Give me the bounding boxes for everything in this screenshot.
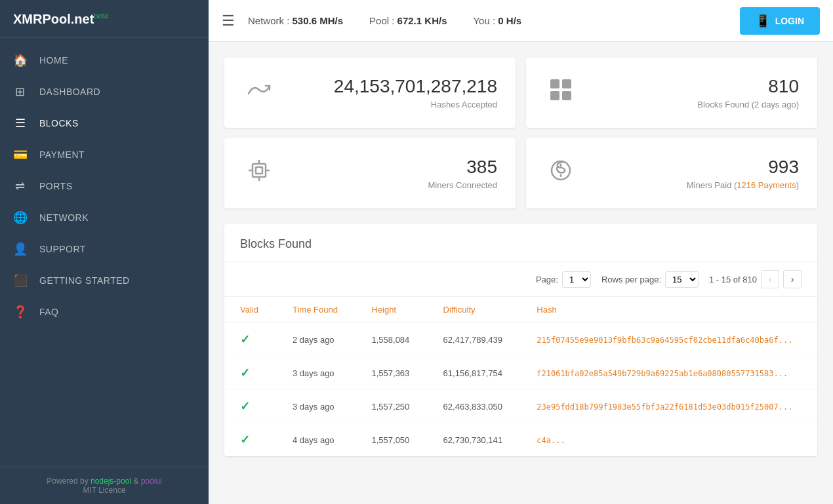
nav-label-support: SUPPORT: [39, 244, 86, 254]
sidebar-item-home[interactable]: 🏠HOME: [0, 45, 209, 76]
rows-label: Rows per page:: [601, 275, 661, 284]
svg-rect-4: [253, 164, 266, 177]
network-stat: Network : 530.6 MH/s: [248, 15, 343, 26]
stat-icon-1: [544, 78, 577, 107]
nav-icon-home: 🏠: [13, 53, 28, 68]
row-difficulty-2: 62,463,833,050: [428, 390, 521, 423]
nav-label-blocks: BLOCKS: [39, 118, 79, 128]
table-toolbar: Page: 1 Rows per page: 15 1 - 15 of 810 …: [224, 262, 817, 297]
footer-ampersand: &: [131, 476, 141, 486]
table-body: ✓ 2 days ago 1,558,084 62,417,789,439 21…: [224, 323, 817, 457]
sidebar-item-blocks[interactable]: ☰BLOCKS: [0, 107, 209, 139]
pagination-range: 1 - 15 of 810: [709, 275, 757, 284]
stat-card-0: 24,153,701,287,218 Hashes Accepted: [224, 58, 516, 128]
row-valid-1: ✓: [224, 357, 277, 390]
row-time-2: 3 days ago: [277, 390, 356, 423]
stat-card-1: 810 Blocks Found (2 days ago): [526, 58, 817, 128]
stat-number-3: 993: [590, 157, 799, 178]
row-height-2: 1,557,250: [356, 390, 428, 423]
sidebar-item-support[interactable]: 👤SUPPORT: [0, 233, 209, 265]
header-row: ValidTime FoundHeightDifficultyHash: [224, 297, 817, 323]
stat-label-0: Hashes Accepted: [289, 100, 497, 109]
menu-icon[interactable]: ☰: [222, 12, 235, 29]
pool-stat: Pool : 672.1 KH/s: [369, 15, 447, 26]
rows-selector: Rows per page: 15: [601, 271, 699, 288]
nav-label-getting_started: GETTING STARTED: [39, 275, 130, 286]
nav-label-dashboard: DASHBOARD: [39, 87, 100, 97]
sidebar-item-faq[interactable]: ❓FAQ: [0, 296, 209, 328]
col-header-time found: Time Found: [277, 297, 356, 323]
next-page-button[interactable]: ›: [783, 270, 802, 288]
stat-number-2: 385: [289, 157, 497, 178]
nav-icon-network: 🌐: [13, 210, 28, 225]
row-height-0: 1,558,084: [356, 323, 428, 357]
svg-rect-2: [550, 91, 559, 100]
pool-value: 672.1 KH/s: [397, 15, 447, 26]
logo-beta: beta: [94, 12, 108, 20]
svg-rect-1: [562, 79, 571, 88]
pagination-controls: 1 - 15 of 810 ‹ ›: [709, 270, 802, 288]
footer-powered-by: Powered by: [47, 476, 91, 486]
footer-license: MIT Licence: [83, 486, 125, 495]
stat-data-2: 385 Miners Connected: [289, 157, 497, 190]
sidebar: XMRPool.netbeta 🏠HOME⊞DASHBOARD☰BLOCKS💳P…: [0, 0, 209, 504]
login-button[interactable]: 📱 LOGIN: [740, 7, 820, 35]
poolui-link[interactable]: poolui: [141, 476, 162, 486]
hash-link-2[interactable]: 23e95fdd18b799f1983e55fbf3a22f6181d53e03…: [537, 402, 792, 412]
rows-select[interactable]: 15: [665, 271, 699, 288]
row-height-1: 1,557,363: [356, 357, 428, 390]
sidebar-item-network[interactable]: 🌐NETWORK: [0, 202, 209, 233]
valid-check-icon-0: ✓: [240, 333, 250, 346]
nav-icon-blocks: ☰: [13, 116, 28, 130]
hash-link-0[interactable]: 215f07455e9e9013f9bfb63c9a64595cf02cbe11…: [537, 336, 792, 345]
sidebar-item-dashboard[interactable]: ⊞DASHBOARD: [0, 76, 209, 107]
stat-icon-3: [544, 159, 577, 188]
stat-icon-0: [243, 78, 275, 107]
table-row: ✓ 3 days ago 1,557,363 61,156,817,754 f2…: [224, 357, 817, 390]
row-valid-3: ✓: [224, 423, 277, 457]
stat-label-1: Blocks Found (2 days ago): [590, 100, 799, 109]
blocks-section: Blocks Found Page: 1 Rows per page: 15 1…: [224, 224, 817, 456]
sidebar-logo: XMRPool.netbeta: [0, 0, 209, 38]
nodejs-pool-link[interactable]: nodejs-pool: [91, 476, 131, 486]
col-header-height: Height: [356, 297, 428, 323]
nav-icon-ports: ⇌: [13, 179, 28, 193]
main-content: ☰ Network : 530.6 MH/s Pool : 672.1 KH/s…: [209, 0, 833, 504]
page-selector: Page: 1: [536, 271, 591, 288]
page-label: Page:: [536, 275, 558, 284]
row-hash-1: f21061bfa02e85a549b729b9a69225ab1e6a0808…: [521, 357, 817, 390]
sidebar-item-payment[interactable]: 💳PAYMENT: [0, 139, 209, 170]
sidebar-item-getting_started[interactable]: ⬛GETTING STARTED: [0, 265, 209, 296]
login-label: LOGIN: [775, 16, 804, 26]
stat-number-0: 24,153,701,287,218: [289, 76, 497, 97]
pool-label: Pool :: [369, 15, 397, 26]
payments-link[interactable]: 1216 Payments: [737, 180, 796, 190]
you-value: 0 H/s: [498, 15, 521, 26]
valid-check-icon-1: ✓: [240, 366, 250, 379]
table-row: ✓ 3 days ago 1,557,250 62,463,833,050 23…: [224, 390, 817, 423]
row-hash-0: 215f07455e9e9013f9bfb63c9a64595cf02cbe11…: [521, 323, 817, 357]
svg-rect-0: [550, 79, 559, 88]
page-select[interactable]: 1: [562, 271, 591, 288]
sidebar-item-ports[interactable]: ⇌PORTS: [0, 170, 209, 202]
header: ☰ Network : 530.6 MH/s Pool : 672.1 KH/s…: [209, 0, 833, 42]
row-hash-2: 23e95fdd18b799f1983e55fbf3a22f6181d53e03…: [521, 390, 817, 423]
stat-number-1: 810: [590, 76, 799, 97]
row-difficulty-3: 62,730,730,141: [428, 423, 521, 457]
svg-rect-5: [256, 167, 262, 174]
row-time-3: 4 days ago: [277, 423, 356, 457]
hash-link-3[interactable]: c4a...: [537, 436, 565, 445]
stats-grid: 24,153,701,287,218 Hashes Accepted 810 B…: [224, 58, 817, 208]
row-valid-0: ✓: [224, 323, 277, 357]
valid-check-icon-2: ✓: [240, 400, 250, 413]
fingerprint-icon: 📱: [756, 14, 770, 28]
row-difficulty-0: 62,417,789,439: [428, 323, 521, 357]
hash-link-1[interactable]: f21061bfa02e85a549b729b9a69225ab1e6a0808…: [537, 369, 788, 378]
nav-label-faq: FAQ: [39, 307, 59, 317]
nav-icon-dashboard: ⊞: [13, 85, 28, 99]
stat-card-3: 993 Miners Paid (1216 Payments): [526, 138, 817, 208]
nav-icon-getting_started: ⬛: [13, 273, 28, 288]
row-time-0: 2 days ago: [277, 323, 356, 357]
table-row: ✓ 4 days ago 1,557,050 62,730,730,141 c4…: [224, 423, 817, 457]
prev-page-button[interactable]: ‹: [761, 270, 779, 288]
